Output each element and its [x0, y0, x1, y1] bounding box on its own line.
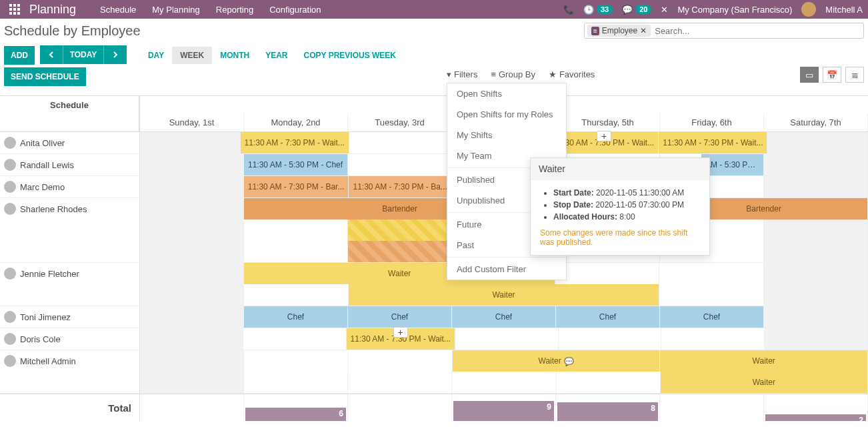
- cell[interactable]: + 11:30 AM - 7:30 PM - Wait...: [347, 328, 455, 350]
- search-input[interactable]: [655, 26, 861, 36]
- cell[interactable]: [140, 154, 244, 175]
- cell[interactable]: Chef: [348, 306, 452, 328]
- cell[interactable]: [349, 132, 450, 153]
- company-selector[interactable]: My Company (San Francisco): [677, 5, 792, 15]
- cell[interactable]: [764, 263, 868, 284]
- shift-pill[interactable]: Chef: [660, 306, 763, 328]
- shift-pill[interactable]: 11:30 AM - 7:30 PM - Bar...: [244, 176, 349, 197]
- shift-pill[interactable]: Chef: [348, 306, 451, 328]
- cell[interactable]: [659, 263, 763, 284]
- shift-pill[interactable]: AM - 5:30 PM - Chef: [701, 154, 763, 175]
- cell[interactable]: [244, 372, 348, 393]
- shift-pill[interactable]: Waiter: [660, 350, 867, 372]
- shift-pill[interactable]: 11:30 AM - 7:30 PM - Ba...: [349, 176, 452, 197]
- shift-pill[interactable]: Chef: [556, 306, 659, 328]
- cell[interactable]: [244, 220, 348, 241]
- add-shift-button[interactable]: +: [597, 131, 611, 141]
- search-tag-employee[interactable]: ≡ Employee ✕: [587, 25, 651, 37]
- cell[interactable]: Waiter: [660, 350, 868, 372]
- calendar-view-button[interactable]: 📅: [823, 67, 841, 83]
- cell[interactable]: Waiter: [349, 284, 660, 306]
- cell[interactable]: [140, 350, 244, 372]
- tools-icon[interactable]: ✕: [661, 5, 668, 15]
- cell[interactable]: [555, 263, 659, 284]
- cell[interactable]: [140, 372, 244, 393]
- cell[interactable]: [764, 176, 868, 197]
- send-schedule-button[interactable]: SEND SCHEDULE: [4, 67, 86, 86]
- cell[interactable]: [140, 176, 244, 197]
- cell[interactable]: [244, 241, 348, 262]
- cell[interactable]: [140, 198, 244, 220]
- cell[interactable]: [348, 372, 452, 393]
- filter-option[interactable]: Open Shifts: [447, 83, 566, 104]
- cell[interactable]: [764, 220, 868, 241]
- cell[interactable]: 11:30 AM - 7:30 PM - Wait...: [659, 132, 767, 153]
- filter-option[interactable]: My Shifts: [447, 125, 566, 145]
- nav-my-planning[interactable]: My Planning: [152, 5, 200, 15]
- cell[interactable]: [140, 241, 244, 262]
- phone-icon[interactable]: 📞: [563, 5, 574, 15]
- favorites-button[interactable]: ★Favorites: [549, 69, 595, 79]
- cell[interactable]: [455, 328, 559, 350]
- cell[interactable]: [764, 241, 868, 262]
- apps-icon[interactable]: [5, 0, 24, 19]
- prev-button[interactable]: [40, 45, 63, 64]
- cell[interactable]: [764, 284, 868, 306]
- list-view-button[interactable]: ≣: [845, 67, 864, 83]
- cell[interactable]: [243, 328, 347, 350]
- cell[interactable]: [244, 284, 348, 306]
- nav-configuration[interactable]: Configuration: [269, 5, 321, 15]
- cell[interactable]: Chef: [452, 306, 556, 328]
- shift-pill[interactable]: Waiter💬: [453, 350, 660, 372]
- user-name[interactable]: Mitchell A: [825, 5, 863, 15]
- cell[interactable]: [559, 328, 662, 350]
- cell[interactable]: [767, 132, 868, 153]
- filters-button[interactable]: ▾Filters: [447, 69, 477, 79]
- gantt-view-button[interactable]: ▭: [800, 67, 819, 83]
- tab-week[interactable]: WEEK: [172, 47, 212, 64]
- filter-option[interactable]: Open Shifts for my Roles: [447, 104, 566, 125]
- groupby-button[interactable]: ≡Group By: [491, 69, 535, 79]
- cell[interactable]: [140, 284, 244, 306]
- shift-pill[interactable]: Waiter: [661, 372, 867, 393]
- cell[interactable]: 11:30 AM - 7:30 PM - Ba...: [349, 176, 453, 197]
- discuss-button[interactable]: 💬 20: [622, 5, 651, 15]
- shift-pill[interactable]: 11:30 AM - 5:30 PM - Chef: [244, 154, 347, 175]
- cell[interactable]: [140, 328, 243, 350]
- shift-pill[interactable]: 11:30 AM - 7:30 PM - Wait...: [659, 132, 767, 153]
- add-shift-button[interactable]: +: [393, 327, 408, 338]
- nav-reporting[interactable]: Reporting: [216, 5, 253, 15]
- tab-month[interactable]: MONTH: [212, 47, 257, 64]
- user-avatar[interactable]: [801, 2, 816, 17]
- tab-day[interactable]: DAY: [140, 47, 172, 64]
- cell[interactable]: Chef: [244, 306, 348, 328]
- tab-year[interactable]: YEAR: [257, 47, 295, 64]
- shift-pill[interactable]: Chef: [452, 306, 555, 328]
- search-box[interactable]: ≡ Employee ✕: [584, 23, 864, 39]
- cell[interactable]: [140, 306, 244, 328]
- today-button[interactable]: TODAY: [63, 45, 105, 64]
- cell[interactable]: [244, 350, 348, 372]
- cell[interactable]: [659, 284, 763, 306]
- copy-previous-week-button[interactable]: COPY PREVIOUS WEEK: [296, 47, 404, 64]
- shift-pill[interactable]: 11:30 AM - 7:30 PM - Wait...: [241, 132, 349, 153]
- cell[interactable]: 11:30 AM - 5:30 PM - Chef: [244, 154, 348, 175]
- cell[interactable]: [452, 372, 556, 393]
- activities-button[interactable]: 🕒 33: [583, 5, 613, 15]
- cell[interactable]: 11:30 AM - 7:30 PM - Wait...: [241, 132, 349, 153]
- cell[interactable]: [348, 154, 452, 175]
- cell[interactable]: Waiter: [661, 372, 868, 393]
- nav-schedule[interactable]: Schedule: [100, 5, 136, 15]
- cell[interactable]: [140, 263, 244, 284]
- next-button[interactable]: [104, 45, 127, 64]
- cell[interactable]: Chef: [660, 306, 764, 328]
- close-icon[interactable]: ✕: [640, 26, 647, 35]
- cell[interactable]: [557, 372, 661, 393]
- cell[interactable]: [661, 328, 765, 350]
- cell[interactable]: Chef: [556, 306, 660, 328]
- shift-pill[interactable]: Waiter: [349, 284, 659, 306]
- shift-pill[interactable]: Chef: [244, 306, 347, 328]
- cell[interactable]: [140, 132, 241, 153]
- cell[interactable]: [764, 306, 868, 328]
- cell[interactable]: 11:30 AM - 7:30 PM - Bar...: [244, 176, 349, 197]
